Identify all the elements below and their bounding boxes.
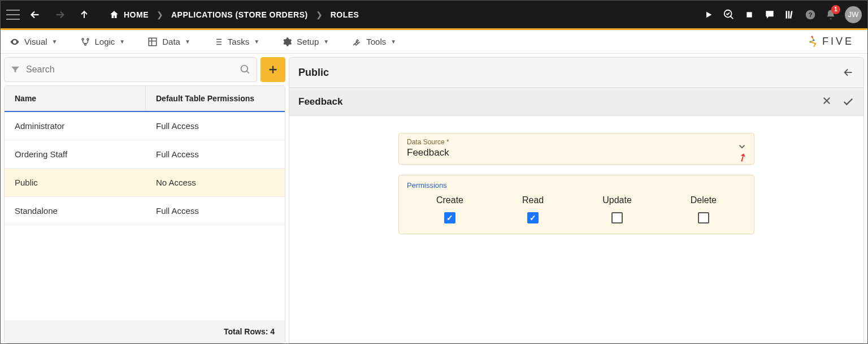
roles-table: Name Default Table Permissions Administr… — [4, 85, 285, 343]
play-icon[interactable] — [702, 8, 715, 21]
breadcrumb-applications[interactable]: APPLICATIONS (STORE ORDERS) — [171, 10, 308, 19]
detail-subtitle: Feedback — [298, 96, 342, 108]
svg-rect-4 — [790, 11, 793, 19]
detail-header: Public — [289, 57, 864, 88]
permission-label: Read — [522, 195, 544, 205]
search-box — [4, 57, 257, 82]
table-row[interactable]: Ordering StaffFull Access — [5, 140, 285, 169]
notifications-icon[interactable]: 1 — [824, 8, 837, 21]
nav-forward-icon — [50, 8, 70, 21]
confirm-icon[interactable] — [842, 96, 854, 108]
plus-icon — [267, 63, 279, 76]
chevron-right-icon: ❯ — [314, 10, 325, 19]
svg-rect-1 — [747, 12, 752, 17]
filter-icon[interactable] — [10, 64, 20, 75]
wrench-icon — [351, 37, 362, 47]
menu-setup[interactable]: Setup▼ — [282, 37, 329, 47]
svg-point-7 — [82, 38, 84, 40]
search-input[interactable] — [20, 64, 240, 75]
svg-rect-3 — [788, 11, 790, 18]
table-row[interactable]: StandaloneFull Access — [5, 197, 285, 225]
library-icon[interactable] — [784, 8, 796, 21]
field-label: Data Source * — [407, 138, 746, 146]
svg-point-12 — [813, 39, 814, 41]
search-zoom-icon[interactable] — [723, 8, 735, 21]
permissions-label: Permissions — [407, 181, 746, 190]
grid-icon — [147, 37, 158, 47]
cell-name: Administrator — [5, 112, 146, 140]
hamburger-menu[interactable] — [6, 10, 20, 20]
permission-label: Create — [436, 195, 463, 205]
breadcrumb-home[interactable]: HOME — [109, 10, 149, 20]
menu-tools[interactable]: Tools▼ — [351, 37, 396, 47]
menu-tasks[interactable]: Tasks▼ — [213, 37, 259, 47]
home-icon — [109, 10, 119, 20]
search-icon[interactable] — [240, 64, 251, 75]
close-icon[interactable] — [822, 96, 832, 108]
permission-create: Create — [436, 195, 463, 223]
branch-icon — [80, 37, 90, 47]
nav-up-icon[interactable] — [75, 9, 93, 20]
eye-icon — [10, 37, 20, 47]
breadcrumb-label: ROLES — [331, 10, 359, 19]
chevron-right-icon: ❯ — [154, 10, 166, 19]
chat-icon[interactable] — [763, 8, 776, 21]
table-row[interactable]: AdministratorFull Access — [5, 112, 285, 140]
detail-title: Public — [298, 67, 329, 79]
help-icon[interactable]: ? — [804, 8, 817, 21]
menu-visual[interactable]: Visual▼ — [10, 37, 58, 47]
permission-label: Delete — [691, 195, 717, 205]
back-icon[interactable] — [842, 66, 854, 79]
svg-rect-10 — [149, 38, 157, 46]
column-header-permissions[interactable]: Default Table Permissions — [146, 86, 285, 111]
cell-permissions: Full Access — [146, 197, 285, 225]
permission-delete: Delete — [691, 195, 717, 223]
nav-back-icon[interactable] — [25, 8, 45, 21]
breadcrumb-label: APPLICATIONS (STORE ORDERS) — [171, 10, 308, 19]
permission-label: Update — [602, 195, 632, 205]
svg-point-11 — [811, 36, 813, 37]
data-source-field[interactable]: Data Source * Feedback ➚ — [398, 133, 754, 165]
svg-point-14 — [814, 42, 816, 44]
five-logo-icon — [805, 35, 819, 49]
menubar: Visual▼ Logic▼ Data▼ Tasks▼ Setup▼ Tools… — [1, 30, 867, 54]
permission-checkbox[interactable] — [698, 212, 709, 223]
notification-badge: 1 — [831, 5, 840, 14]
svg-point-8 — [87, 38, 89, 40]
brand-logo: FIVE — [805, 35, 858, 49]
permissions-box: Permissions CreateReadUpdateDelete — [398, 175, 754, 234]
avatar[interactable]: JW — [845, 6, 862, 23]
cell-permissions: Full Access — [146, 112, 285, 140]
breadcrumb-label: HOME — [124, 10, 149, 19]
table-footer: Total Rows: 4 — [5, 320, 285, 343]
table-row[interactable]: PublicNo Access — [5, 169, 285, 197]
svg-rect-2 — [786, 11, 788, 18]
permission-checkbox[interactable] — [527, 212, 539, 223]
left-pane: Name Default Table Permissions Administr… — [1, 54, 289, 343]
cell-name: Public — [5, 169, 146, 196]
svg-text:?: ? — [808, 11, 812, 18]
list-icon — [213, 37, 223, 47]
right-pane: Public Feedback Data Source * Feedback ➚ — [289, 54, 867, 343]
field-value: Feedback — [407, 147, 746, 158]
column-header-name[interactable]: Name — [5, 86, 146, 111]
cell-name: Ordering Staff — [5, 140, 146, 168]
svg-point-13 — [809, 41, 811, 42]
cell-name: Standalone — [5, 197, 146, 225]
add-button[interactable] — [261, 57, 285, 82]
topbar: HOME ❯ APPLICATIONS (STORE ORDERS) ❯ ROL… — [1, 1, 867, 30]
permission-checkbox[interactable] — [611, 212, 623, 223]
permission-update: Update — [602, 195, 632, 223]
detail-subheader: Feedback — [289, 88, 864, 116]
menu-logic[interactable]: Logic▼ — [80, 37, 125, 47]
permission-read: Read — [522, 195, 544, 223]
breadcrumb-roles[interactable]: ROLES — [331, 10, 359, 19]
chevron-down-icon[interactable] — [737, 141, 747, 152]
svg-point-15 — [241, 66, 248, 72]
stop-icon[interactable] — [743, 8, 756, 21]
gear-icon — [282, 37, 292, 47]
menu-data[interactable]: Data▼ — [147, 37, 190, 47]
cell-permissions: No Access — [146, 169, 285, 196]
permission-checkbox[interactable] — [444, 212, 455, 223]
cell-permissions: Full Access — [146, 140, 285, 168]
